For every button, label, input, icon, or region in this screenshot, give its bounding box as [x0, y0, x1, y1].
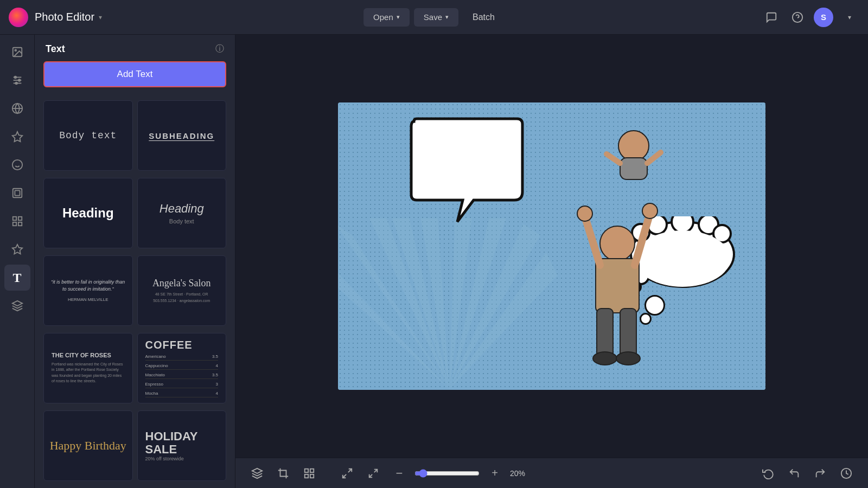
svg-line-45	[647, 152, 661, 163]
sidebar-text-btn[interactable]: T	[4, 265, 30, 291]
template-quote[interactable]: "it is better to fail in originality tha…	[43, 255, 133, 326]
crop-button[interactable]	[272, 463, 294, 484]
sidebar-photo-btn[interactable]	[4, 39, 30, 65]
tpl-birthday-text: Happy Birthday	[50, 439, 126, 453]
bottom-left-tools	[246, 463, 320, 484]
canvas-image[interactable]	[338, 102, 765, 390]
template-city-of-roses[interactable]: THE CITY OF ROSES Portland was nicknamed…	[43, 333, 133, 403]
save-button[interactable]: Save ▾	[414, 8, 458, 27]
topbar: Photo Editor ▾ Open ▾ Save ▾ Batch S ▾	[0, 0, 868, 35]
fullscreen-button[interactable]	[336, 463, 358, 484]
template-heading-with-body[interactable]: Heading Body text	[137, 178, 227, 248]
help-button[interactable]	[788, 8, 807, 27]
fit-view-button[interactable]	[362, 463, 384, 484]
topbar-center-actions: Open ▾ Save ▾ Batch	[363, 8, 505, 27]
tpl-salon-address: 48 SE 7th Street · Portland, OR 503.555.…	[153, 291, 210, 303]
reset-view-button[interactable]	[757, 463, 779, 484]
zoom-slider[interactable]	[414, 469, 480, 478]
redo-button[interactable]	[809, 463, 831, 484]
sidebar-frames-btn[interactable]	[4, 180, 30, 206]
zoom-out-button[interactable]: −	[388, 463, 410, 484]
svg-marker-56	[252, 468, 262, 473]
user-avatar[interactable]: S	[814, 8, 833, 27]
svg-rect-43	[620, 158, 647, 179]
sidebar-graphics-btn[interactable]	[4, 236, 30, 262]
template-heading-bold[interactable]: Heading	[43, 178, 133, 248]
svg-rect-57	[305, 468, 308, 472]
add-text-button[interactable]: Add Text	[43, 61, 226, 87]
sidebar-art-btn[interactable]	[4, 152, 30, 178]
sidebar-layers-btn[interactable]	[4, 293, 30, 319]
svg-point-42	[618, 131, 649, 161]
svg-point-55	[616, 352, 640, 365]
main-layout: T Text ⓘ Add Text Body text SUBHEADING H…	[0, 35, 868, 488]
svg-rect-58	[310, 468, 314, 472]
svg-marker-21	[12, 245, 22, 254]
zoom-level-label: 20%	[510, 469, 532, 478]
zoom-in-button[interactable]: +	[484, 463, 506, 484]
svg-rect-15	[12, 189, 22, 198]
topbar-right: S ▾	[762, 8, 859, 27]
svg-point-12	[12, 160, 22, 170]
tpl-coffee-item-0: Americano3.5	[145, 353, 219, 361]
svg-point-3	[15, 49, 16, 51]
icon-sidebar: T	[0, 35, 35, 488]
svg-rect-19	[18, 222, 21, 226]
batch-button[interactable]: Batch	[463, 8, 505, 27]
tpl-heading-label: Heading	[159, 202, 204, 216]
svg-rect-17	[12, 217, 16, 220]
sidebar-elements-btn[interactable]	[4, 208, 30, 234]
svg-rect-18	[18, 217, 21, 220]
tpl-body-text-label: Body text	[59, 130, 117, 141]
text-panel-title: Text	[46, 43, 65, 55]
sidebar-magic-btn[interactable]	[4, 124, 30, 150]
svg-line-62	[343, 474, 346, 477]
sidebar-effects-btn[interactable]	[4, 95, 30, 121]
tpl-coffee-item-4: Mocha4	[145, 390, 219, 397]
figure-illustration	[509, 119, 726, 390]
svg-rect-16	[15, 190, 20, 195]
svg-line-44	[607, 154, 620, 163]
svg-point-54	[593, 352, 617, 365]
text-panel: Text ⓘ Add Text Body text SUBHEADING Hea…	[35, 35, 235, 488]
svg-point-8	[18, 79, 20, 81]
chat-button[interactable]	[762, 8, 781, 27]
sidebar-adjust-btn[interactable]	[4, 67, 30, 93]
open-button[interactable]: Open ▾	[363, 8, 410, 27]
svg-point-50	[577, 206, 592, 221]
svg-rect-20	[12, 222, 16, 226]
template-holiday-sale[interactable]: HOLIDAY SALE 20% off storewide	[137, 410, 227, 481]
text-panel-header: Text ⓘ	[35, 35, 235, 61]
undo-button[interactable]	[783, 463, 805, 484]
template-coffee-menu[interactable]: COFFEE Americano3.5 Cappuccino4 Macchiat…	[137, 333, 227, 403]
canvas-container[interactable]	[235, 35, 868, 458]
tpl-city-title: THE CITY OF ROSES	[52, 352, 125, 359]
avatar-chevron[interactable]: ▾	[840, 8, 859, 27]
layers-button[interactable]	[246, 463, 268, 484]
text-templates-grid: Body text SUBHEADING Heading Heading Bod…	[35, 96, 235, 488]
tpl-holiday-sub: 20% off storewide	[145, 456, 184, 461]
bottom-right-tools	[757, 463, 857, 484]
history-button[interactable]	[835, 463, 857, 484]
text-info-icon[interactable]: ⓘ	[215, 43, 224, 55]
tpl-heading-body-label: Body text	[169, 218, 194, 224]
svg-line-61	[348, 468, 352, 472]
svg-rect-52	[597, 309, 613, 357]
svg-line-49	[635, 214, 650, 265]
template-body-text[interactable]: Body text	[43, 100, 133, 171]
tpl-coffee-title: COFFEE	[145, 339, 219, 351]
tpl-salon-name: Angela's Salon	[152, 278, 211, 289]
app-title: Photo Editor	[35, 11, 94, 23]
tpl-coffee-item-1: Cappuccino4	[145, 362, 219, 370]
canvas-area: − + 20%	[235, 35, 868, 488]
template-salon[interactable]: Angela's Salon 48 SE 7th Street · Portla…	[137, 255, 227, 326]
svg-rect-60	[305, 474, 308, 477]
grid-button[interactable]	[298, 463, 320, 484]
tpl-holiday-title: HOLIDAY SALE	[145, 430, 219, 456]
template-birthday[interactable]: Happy Birthday	[43, 410, 133, 481]
title-chevron[interactable]: ▾	[99, 14, 102, 21]
tpl-quote-author: HERMAN MELVILLE	[50, 297, 126, 303]
tpl-coffee-item-3: Espresso3	[145, 381, 219, 388]
template-subheading[interactable]: SUBHEADING	[137, 100, 227, 171]
svg-point-51	[642, 203, 658, 219]
